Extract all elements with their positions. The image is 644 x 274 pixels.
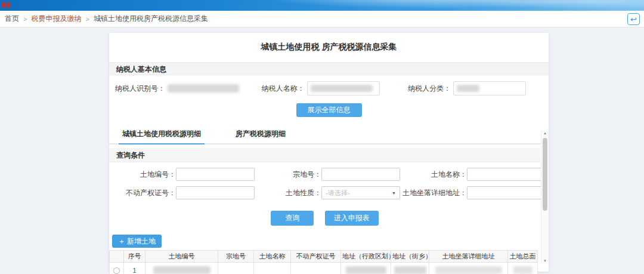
tab-bar: 城镇土地使用税税源明细 房产税税源明细 [109, 125, 549, 144]
tab-urban-land-use-tax-detail[interactable]: 城镇土地使用税税源明细 [119, 125, 205, 143]
taxpayer-name-field: 纳税人名称： [256, 81, 402, 96]
main-card: 城镇土地使用税 房产税税源信息采集 纳税人基本信息 纳税人识别号： 纳税人名称：… [109, 33, 549, 272]
col-land-total-area: 土地总面 [508, 251, 538, 263]
land-number-input[interactable] [176, 168, 255, 181]
land-nature-label: 土地性质： [255, 188, 321, 198]
col-land-address-detail: 土地坐落详细地址 [429, 251, 508, 263]
breadcrumb-tax-declare-pay[interactable]: 税费申报及缴纳 [31, 14, 81, 24]
taxpayer-info-row: 纳税人识别号： 纳税人名称： 纳税人分类： [109, 81, 549, 96]
tab-content: 查询条件 土地编号： 宗地号： 土地名称： 不动产权证号： 土地性质： [109, 148, 540, 274]
address-township-redacted [394, 266, 426, 274]
row-seq: 1 [124, 263, 145, 274]
land-source-table: 序号 土地编号 宗地号 土地名称 不动产权证号 地址（行政区划） 地址（街乡） … [109, 250, 538, 274]
parcel-number-input[interactable] [321, 168, 400, 181]
taxpayer-name-value [307, 81, 380, 96]
add-land-button[interactable]: ＋ 新增土地 [112, 235, 162, 248]
table-header-row: 序号 土地编号 宗地号 土地名称 不动产权证号 地址（行政区划） 地址（街乡） … [110, 251, 538, 263]
breadcrumb-separator: > [23, 16, 27, 23]
address-district-redacted [346, 266, 386, 274]
property-cert-input[interactable] [176, 186, 255, 199]
breadcrumb: 首页 > 税费申报及缴纳 > 城镇土地使用税房产税税源信息采集 ↩ [0, 11, 644, 27]
query-row-2: 不动产权证号： 土地性质： -请选择- ▼ 土地坐落详细地址： [109, 186, 540, 199]
land-nature-placeholder: -请选择- [326, 189, 349, 198]
query-section-header: 查询条件 [109, 148, 540, 162]
taxpayer-id-field: 纳税人识别号： [109, 84, 256, 94]
col-address-district: 地址（行政区划） [341, 251, 391, 263]
vertical-scrollbar[interactable]: ▲ ▼ [541, 130, 549, 264]
taxpayer-category-field: 纳税人分类： [402, 81, 549, 96]
col-seq: 序号 [124, 251, 145, 263]
back-button[interactable]: ↩ [627, 13, 640, 25]
breadcrumb-home[interactable]: 首页 [5, 14, 19, 24]
site-logo-icon [2, 2, 11, 8]
breadcrumb-separator: > [85, 16, 89, 23]
taxpayer-id-value-redacted [168, 84, 239, 93]
tab-property-tax-detail[interactable]: 房产税税源明细 [232, 125, 289, 143]
taxpayer-category-label: 纳税人分类： [408, 84, 451, 94]
property-cert-label: 不动产权证号： [109, 188, 176, 198]
chevron-down-icon: ▼ [392, 191, 396, 195]
land-name-input[interactable] [467, 168, 546, 181]
col-land-number: 土地编号 [145, 251, 218, 263]
land-number-field: 土地编号： [109, 168, 255, 181]
col-land-name: 土地名称 [254, 251, 291, 263]
land-name-label: 土地名称： [400, 170, 467, 180]
land-name-field: 土地名称： [400, 168, 546, 181]
taxpayer-id-label: 纳税人识别号： [115, 84, 165, 94]
land-address-label: 土地坐落详细地址： [400, 188, 467, 198]
show-all-info-button[interactable]: 展示全部信息 [296, 103, 362, 117]
land-address-field: 土地坐落详细地址： [400, 186, 546, 199]
col-property-cert: 不动产权证号 [291, 251, 341, 263]
land-nature-field: 土地性质： -请选择- ▼ [255, 186, 400, 199]
top-banner [0, 0, 644, 11]
taxpayer-category-value [453, 81, 526, 96]
land-number-label: 土地编号： [109, 170, 176, 180]
back-icon: ↩ [630, 15, 637, 24]
col-parcel-number: 宗地号 [218, 251, 254, 263]
scroll-down-icon[interactable]: ▼ [541, 259, 549, 263]
plus-icon: ＋ [118, 236, 125, 247]
land-area-redacted [513, 266, 532, 274]
parcel-number-label: 宗地号： [255, 170, 321, 180]
scroll-up-icon[interactable]: ▲ [541, 131, 549, 135]
property-cert-field: 不动产权证号： [109, 186, 255, 199]
table-row: 1 [110, 263, 538, 274]
query-row-1: 土地编号： 宗地号： 土地名称： [109, 168, 540, 181]
query-actions: 查询 进入申报表 [109, 211, 540, 226]
col-select [110, 251, 124, 263]
vertical-scroll-thumb[interactable] [543, 138, 547, 211]
land-number-redacted [153, 266, 210, 274]
land-address-input[interactable] [467, 186, 546, 199]
page-title: 城镇土地使用税 房产税税源信息采集 [109, 33, 549, 53]
enter-declaration-button[interactable]: 进入申报表 [325, 211, 379, 226]
land-nature-select[interactable]: -请选择- ▼ [321, 186, 400, 199]
col-address-township: 地址（街乡） [391, 251, 429, 263]
taxpayer-name-label: 纳税人名称： [262, 84, 305, 94]
add-land-button-label: 新增土地 [127, 236, 156, 247]
parcel-number-field: 宗地号： [255, 168, 400, 181]
row-radio[interactable] [113, 267, 120, 274]
land-address-redacted [435, 266, 502, 274]
taxpayer-info-section-header: 纳税人基本信息 [109, 62, 549, 75]
search-button[interactable]: 查询 [271, 211, 314, 226]
breadcrumb-current-page: 城镇土地使用税房产税税源信息采集 [94, 14, 208, 24]
